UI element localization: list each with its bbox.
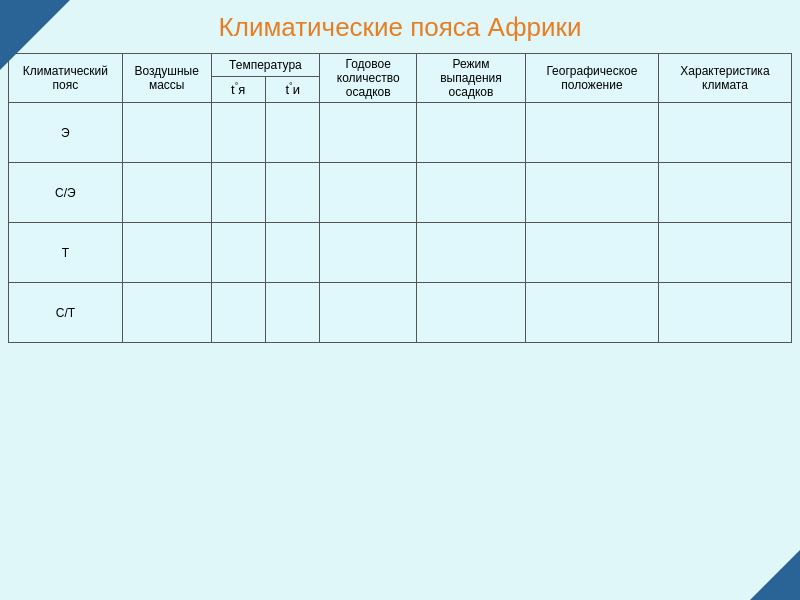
table-row: С/Э — [9, 163, 792, 223]
cell-godovoe-e — [320, 103, 417, 163]
col-temp-header: Температура — [211, 54, 320, 77]
cell-geo-e — [525, 103, 658, 163]
cell-geo-st — [525, 283, 658, 343]
cell-temp-i-t — [265, 223, 319, 283]
col-temp-i-header: t°и — [265, 77, 319, 103]
cell-godovoe-se — [320, 163, 417, 223]
cell-rezhim-e — [417, 103, 526, 163]
cell-temp-ya-e — [211, 103, 265, 163]
cell-klimat-st: С/Т — [9, 283, 123, 343]
cell-temp-i-se — [265, 163, 319, 223]
col-temp-ya-header: t°я — [211, 77, 265, 103]
table-row: Э — [9, 103, 792, 163]
cell-geo-t — [525, 223, 658, 283]
cell-temp-ya-t — [211, 223, 265, 283]
table-row: Т — [9, 223, 792, 283]
cell-char-st — [658, 283, 791, 343]
col-godovoe-header: Годовое количество осадков — [320, 54, 417, 103]
climate-table: Климатический пояс Воздушные массы Темпе… — [8, 53, 792, 343]
cell-godovoe-t — [320, 223, 417, 283]
cell-char-e — [658, 103, 791, 163]
cell-temp-i-st — [265, 283, 319, 343]
cell-temp-ya-se — [211, 163, 265, 223]
col-geo-header: Географическое положение — [525, 54, 658, 103]
cell-temp-ya-st — [211, 283, 265, 343]
cell-geo-se — [525, 163, 658, 223]
cell-rezhim-se — [417, 163, 526, 223]
cell-godovoe-st — [320, 283, 417, 343]
cell-vozduh-t — [122, 223, 211, 283]
corner-decoration-tl — [0, 0, 70, 70]
table-container: Климатический пояс Воздушные массы Темпе… — [0, 53, 800, 351]
corner-decoration-br — [750, 550, 800, 600]
cell-temp-i-e — [265, 103, 319, 163]
cell-char-se — [658, 163, 791, 223]
col-vozduh-header: Воздушные массы — [122, 54, 211, 103]
table-row: С/Т — [9, 283, 792, 343]
cell-vozduh-st — [122, 283, 211, 343]
cell-klimat-se: С/Э — [9, 163, 123, 223]
col-char-header: Характеристика климата — [658, 54, 791, 103]
cell-vozduh-se — [122, 163, 211, 223]
cell-vozduh-e — [122, 103, 211, 163]
cell-rezhim-t — [417, 223, 526, 283]
cell-klimat-t: Т — [9, 223, 123, 283]
table-header-row: Климатический пояс Воздушные массы Темпе… — [9, 54, 792, 77]
cell-char-t — [658, 223, 791, 283]
cell-klimat-e: Э — [9, 103, 123, 163]
page-title: Климатические пояса Африки — [0, 0, 800, 53]
cell-rezhim-st — [417, 283, 526, 343]
col-rezhim-header: Режим выпадения осадков — [417, 54, 526, 103]
